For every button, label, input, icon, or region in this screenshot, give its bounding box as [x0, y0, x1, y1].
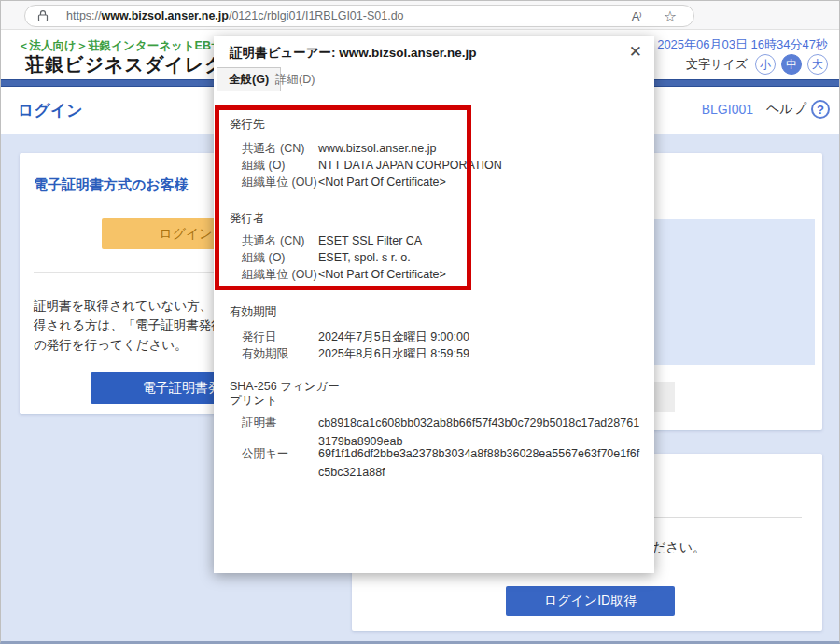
help-link[interactable]: ヘルプ ? — [766, 100, 830, 119]
dialog-title: 証明書ビューアー: www.bizsol.anser.ne.jp — [230, 45, 476, 62]
cert-field-row: 発行日2024年7月5日金曜日 9:00:00 — [242, 329, 645, 345]
read-aloud-icon[interactable]: A⁾ — [632, 9, 641, 23]
url-scheme: https:// — [66, 9, 102, 22]
close-icon[interactable]: ✕ — [625, 40, 646, 63]
page-title: ログイン — [18, 100, 83, 121]
field-label: 有効期限 — [242, 345, 318, 362]
tab-details[interactable]: 詳細(D) — [264, 67, 326, 91]
validity-rows: 発行日2024年7月5日金曜日 9:00:00 有効期限2025年8月6日水曜日… — [242, 329, 645, 362]
lock-icon[interactable] — [36, 9, 49, 22]
brand-logo: 荘銀ビジネスダイレクト — [25, 52, 245, 77]
cert-field-row: 公開キー69f1f1d6df2bbe3a2378b3034a8f88b36028… — [242, 444, 645, 482]
screen-id-badge: BLGI001 — [702, 102, 753, 117]
red-highlight-box — [215, 105, 471, 290]
font-size-label: 文字サイズ — [686, 56, 748, 73]
url-path: /0121c/rblgi01/I1RBLGI01-S01.do — [229, 9, 404, 22]
fingerprint-key-row: 公開キー69f1f1d6df2bbe3a2378b3034a8f88b36028… — [242, 444, 645, 482]
field-value: 2024年7月5日金曜日 9:00:00 — [318, 329, 645, 345]
certificate-viewer-dialog: 証明書ビューアー: www.bizsol.anser.ne.jp ✕ 全般(G)… — [214, 36, 654, 573]
validity-heading: 有効期間 — [230, 304, 276, 320]
field-value: 69f1f1d6df2bbe3a2378b3034a8f88b36028ea55… — [318, 444, 645, 482]
dialog-tab-bar: 全般(G) 詳細(D) — [214, 67, 654, 91]
font-size-large-button[interactable]: 大 — [807, 54, 828, 75]
font-size-control: 文字サイズ 小 中 大 — [686, 54, 828, 75]
help-question-icon: ? — [811, 100, 830, 119]
url-text: https://www.bizsol.anser.ne.jp/0121c/rbl… — [66, 9, 632, 22]
get-login-id-button[interactable]: ログインID取得 — [506, 586, 675, 616]
field-value: 2025年8月6日水曜日 8:59:59 — [318, 345, 645, 362]
field-label: 発行日 — [242, 329, 318, 345]
font-size-medium-button[interactable]: 中 — [781, 54, 802, 75]
login-id-description-partial: ださい。 — [652, 539, 706, 556]
datetime-display: 2025年06月03日 16時34分47秒 — [657, 36, 828, 53]
browser-toolbar: https://www.bizsol.anser.ne.jp/0121c/rbl… — [1, 1, 840, 30]
field-label: 公開キー — [242, 444, 318, 482]
help-label: ヘルプ — [766, 101, 806, 118]
url-domain: www.bizsol.anser.ne.jp — [102, 9, 229, 22]
certificate-panel-title: 電子証明書方式のお客様 — [34, 176, 189, 194]
cert-field-row: 有効期限2025年8月6日水曜日 8:59:59 — [242, 345, 645, 362]
fingerprint-heading: SHA-256 フィンガープリント — [230, 380, 343, 408]
font-size-small-button[interactable]: 小 — [755, 54, 776, 75]
address-bar[interactable]: https://www.bizsol.anser.ne.jp/0121c/rbl… — [24, 5, 694, 27]
favorite-star-icon[interactable]: ☆ — [664, 7, 677, 25]
